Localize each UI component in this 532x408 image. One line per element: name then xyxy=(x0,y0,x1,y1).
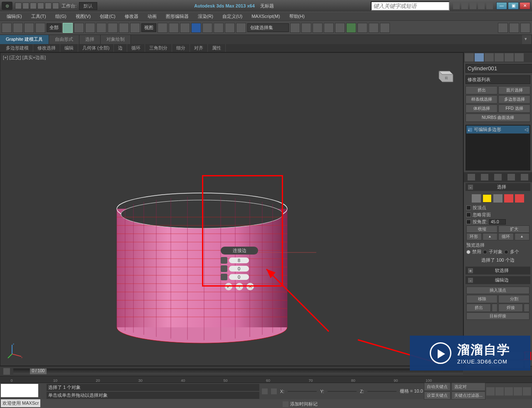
open-icon[interactable] xyxy=(22,2,29,9)
pivot-button[interactable] xyxy=(158,23,167,33)
selection-filter[interactable]: 全部 xyxy=(47,23,62,32)
radio-disable[interactable] xyxy=(466,250,470,254)
rollout-softsel[interactable]: +软选择 xyxy=(466,267,530,274)
help-icon[interactable] xyxy=(486,2,493,9)
object-name-field[interactable] xyxy=(466,64,532,73)
loop-button[interactable]: 循环 xyxy=(498,233,514,240)
viewcube[interactable]: 前 xyxy=(434,65,456,85)
addtime-icon[interactable] xyxy=(283,401,288,407)
material-editor-button[interactable] xyxy=(346,23,356,33)
redo-icon[interactable] xyxy=(45,2,52,9)
sr-polymodel[interactable]: 多边形建模 xyxy=(2,44,33,52)
sr-loop[interactable]: 循环 xyxy=(127,44,145,52)
viewport-label[interactable]: [+] [正交] [真实+边面] xyxy=(3,54,46,61)
selfilt[interactable]: 选定对 xyxy=(451,383,485,391)
sr-props[interactable]: 属性 xyxy=(208,44,226,52)
unlink-button[interactable] xyxy=(35,23,45,33)
window-crossing-button[interactable] xyxy=(96,23,106,33)
menu-rendering[interactable]: 渲染(R) xyxy=(194,13,217,20)
menu-help[interactable]: 帮助(H) xyxy=(285,13,309,20)
edged-face[interactable] xyxy=(236,23,246,33)
redo-button[interactable] xyxy=(13,23,23,33)
time-handle[interactable]: 0 / 100 xyxy=(30,368,47,374)
infocenter-icon[interactable] xyxy=(453,2,460,9)
menu-animation[interactable]: 动画 xyxy=(143,13,161,20)
mod-polysel[interactable]: 多边形选择 xyxy=(498,95,530,104)
extrude-settings[interactable] xyxy=(492,304,498,312)
tab-hierarchy[interactable] xyxy=(485,53,494,62)
keyboard-button[interactable] xyxy=(180,23,190,33)
coord-y[interactable] xyxy=(328,391,357,392)
remove-button[interactable]: 移除 xyxy=(466,295,498,303)
ribbon-tab-selection[interactable]: 选择 xyxy=(79,35,101,44)
menu-views[interactable]: 视图(V) xyxy=(71,13,95,20)
tab-display[interactable] xyxy=(505,53,514,62)
teapot-icon[interactable] xyxy=(498,23,508,33)
curve-editor-button[interactable] xyxy=(324,23,334,33)
config-mod[interactable] xyxy=(521,174,528,181)
schematic-button[interactable] xyxy=(335,23,345,33)
render-frame-button[interactable] xyxy=(369,23,379,33)
coord-z[interactable] xyxy=(367,391,397,392)
make-unique[interactable] xyxy=(494,174,502,181)
sr-tri[interactable]: 三角剖分 xyxy=(145,44,172,52)
menu-group[interactable]: 组(G) xyxy=(51,13,71,20)
mini-trackview[interactable] xyxy=(1,384,38,397)
play-button[interactable] xyxy=(505,387,513,396)
pin-stack[interactable] xyxy=(468,174,475,181)
insert-vertex-button[interactable]: 插入顶点 xyxy=(466,287,530,294)
select-name-button[interactable] xyxy=(74,23,84,33)
sr-geom[interactable]: 几何体 (全部) xyxy=(78,44,114,52)
target-weld-button[interactable]: 目标焊接 xyxy=(466,312,530,320)
minimize-button[interactable]: — xyxy=(496,2,507,10)
ribbon-collapse[interactable]: ▾ xyxy=(522,35,532,44)
named-sel-set[interactable]: 创建选择集 xyxy=(247,23,289,32)
menu-edit[interactable]: 编辑(E) xyxy=(2,13,26,20)
extrude-edge-button[interactable]: 挤出 xyxy=(466,304,491,312)
split-button[interactable]: 分割 xyxy=(498,295,530,303)
keyfilter-button[interactable]: 关键点过滤器... xyxy=(451,391,485,400)
axis-gizmo[interactable]: z x xyxy=(7,341,25,359)
favorite-icon[interactable] xyxy=(478,2,485,9)
ribbon-tab-graphite[interactable]: Graphite 建模工具 xyxy=(0,35,49,44)
mod-patchsel[interactable]: 面片选择 xyxy=(498,86,530,94)
new-icon[interactable] xyxy=(15,2,22,9)
addtime-area[interactable]: 添加时间标记 xyxy=(283,401,318,407)
angle-snap[interactable] xyxy=(202,23,212,33)
percent-snap[interactable] xyxy=(214,23,224,33)
shrink-button[interactable]: 收缩 xyxy=(466,225,498,233)
mirror-button[interactable] xyxy=(290,23,300,33)
render-button[interactable] xyxy=(380,23,390,33)
manip-button[interactable] xyxy=(169,23,179,33)
mod-volsel[interactable]: 体积选择 xyxy=(466,104,498,113)
ribbon-tab-freeform[interactable]: 自由形式 xyxy=(49,35,79,44)
signin-icon[interactable] xyxy=(461,2,468,9)
sr-edge[interactable]: 边 xyxy=(114,44,127,52)
link-icon[interactable] xyxy=(52,2,59,9)
time-ruler[interactable]: 010 2030 4050 6070 8090 100 xyxy=(0,376,532,383)
remove-mod[interactable] xyxy=(507,174,515,181)
exchange-icon[interactable] xyxy=(470,2,476,9)
loop-spin[interactable]: ▴ xyxy=(515,233,530,240)
autokey-button[interactable]: 自动关键点 xyxy=(424,383,451,391)
move-button[interactable] xyxy=(108,23,118,33)
menu-modifiers[interactable]: 修改器 xyxy=(121,13,143,20)
mod-splinesel[interactable]: 样条线选择 xyxy=(466,95,498,104)
subobj-element[interactable] xyxy=(515,194,524,203)
maximize-button[interactable]: ▣ xyxy=(508,2,519,10)
sr-edit[interactable]: 编辑 xyxy=(60,44,78,52)
ref-coord[interactable]: 视图 xyxy=(141,23,156,32)
prev-frame[interactable] xyxy=(495,387,504,396)
setkey-button[interactable]: 设置关键点 xyxy=(424,391,451,400)
tab-create[interactable] xyxy=(465,53,474,62)
viewport[interactable]: [+] [正交] [真实+边面] 前 xyxy=(0,52,463,366)
save-icon[interactable] xyxy=(30,2,37,9)
undo-icon[interactable] xyxy=(37,2,44,9)
help-search[interactable] xyxy=(371,1,450,11)
rotate-button[interactable] xyxy=(119,23,129,33)
ring-button[interactable]: 环形 xyxy=(466,233,482,240)
weld-button[interactable]: 焊接 xyxy=(498,304,523,312)
angle-spinner[interactable]: 45.0 xyxy=(489,219,506,225)
modifier-list[interactable]: 修改器列表 xyxy=(466,75,530,84)
stack-editable-poly[interactable]: ▪ 可编辑多边形 ◁ xyxy=(466,126,530,134)
